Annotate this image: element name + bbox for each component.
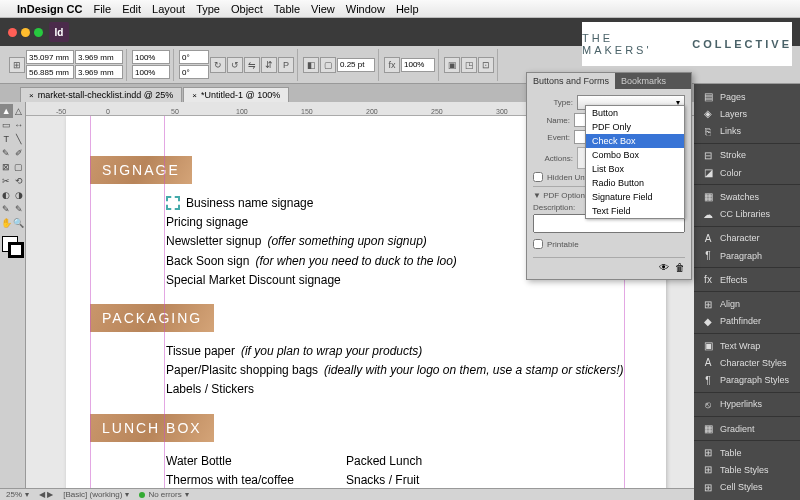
zoom-tool[interactable]: 🔍 (13, 216, 26, 230)
dropdown-option[interactable]: Text Field (586, 204, 684, 218)
panel-tab-bookmarks[interactable]: Bookmarks (615, 73, 672, 89)
form-checkbox[interactable] (166, 196, 180, 210)
panel-button-pages[interactable]: ▤Pages (694, 88, 800, 105)
rotate-ccw-icon[interactable]: ↺ (227, 57, 243, 73)
preview-icon[interactable]: 👁 (659, 262, 669, 273)
panel-button-character[interactable]: ACharacter (694, 230, 800, 247)
menu-layout[interactable]: Layout (152, 3, 185, 15)
section-heading[interactable]: SIGNAGE (90, 156, 192, 184)
list-item[interactable]: Newsletter signup (166, 232, 261, 251)
list-item[interactable]: Snacks / Fruit (346, 471, 526, 488)
dropdown-option[interactable]: Button (586, 106, 684, 120)
menu-type[interactable]: Type (196, 3, 220, 15)
gradient-tool[interactable]: ◐ (0, 188, 13, 202)
dropdown-option[interactable]: Combo Box (586, 148, 684, 162)
section-heading[interactable]: PACKAGING (90, 304, 214, 332)
panel-button-stroke[interactable]: ⊟Stroke (694, 147, 800, 164)
app-name-menu[interactable]: InDesign CC (17, 3, 82, 15)
flip-v-icon[interactable]: ⇵ (261, 57, 277, 73)
preset-readout[interactable]: [Basic] (working) ▾ (63, 490, 129, 499)
window-close[interactable] (8, 28, 17, 37)
effects-icon[interactable]: fx (384, 57, 400, 73)
gap-tool[interactable]: ↔ (13, 118, 26, 132)
direct-select-tool[interactable]: △ (13, 104, 26, 118)
list-item[interactable]: Business name signage (186, 194, 313, 213)
window-minimize[interactable] (21, 28, 30, 37)
panel-button-gradient[interactable]: ▦Gradient (694, 420, 800, 437)
section-heading[interactable]: LUNCH BOX (90, 414, 214, 442)
panel-button-swatches[interactable]: ▦Swatches (694, 188, 800, 205)
menu-object[interactable]: Object (231, 3, 263, 15)
panel-button-links[interactable]: ⎘Links (694, 123, 800, 140)
menu-table[interactable]: Table (274, 3, 300, 15)
flip-h-icon[interactable]: ⇋ (244, 57, 260, 73)
list-item[interactable]: Water Bottle (166, 452, 346, 471)
guide[interactable] (164, 116, 165, 488)
transform-tool[interactable]: ⟲ (13, 174, 26, 188)
document-tab[interactable]: × *Untitled-1 @ 100% (183, 87, 289, 102)
close-icon[interactable]: × (29, 91, 34, 100)
zoom-readout[interactable]: 25% ▾ (6, 490, 29, 499)
panel-tab-buttons-forms[interactable]: Buttons and Forms (527, 73, 615, 89)
hand-tool[interactable]: ✋ (0, 216, 13, 230)
rectangle-tool[interactable]: ▢ (13, 160, 26, 174)
type-tool[interactable]: T (0, 132, 13, 146)
preflight-status[interactable]: No errors ▾ (139, 490, 188, 499)
reference-point-icon[interactable]: ⊞ (9, 57, 25, 73)
eyedropper-tool[interactable]: ✎ (13, 202, 26, 216)
panel-button-text-wrap[interactable]: ▣Text Wrap (694, 337, 800, 354)
line-tool[interactable]: ╲ (13, 132, 26, 146)
menu-edit[interactable]: Edit (122, 3, 141, 15)
corner-options-icon[interactable]: ◳ (461, 57, 477, 73)
dropdown-option[interactable]: PDF Only (586, 120, 684, 134)
list-item[interactable]: Thermos with tea/coffee (166, 471, 346, 488)
document-tab[interactable]: × market-stall-checklist.indd @ 25% (20, 87, 182, 102)
paragraph-icon[interactable]: P (278, 57, 294, 73)
printable-checkbox[interactable] (533, 239, 543, 249)
panel-button-table[interactable]: ⊞Table (694, 444, 800, 461)
pen-tool[interactable]: ✎ (0, 146, 13, 160)
dropdown-option[interactable]: List Box (586, 162, 684, 176)
list-item[interactable]: Paper/Plasitc shopping bags (166, 361, 318, 380)
panel-button-table-styles[interactable]: ⊞Table Styles (694, 461, 800, 478)
selection-tool[interactable]: ▲ (0, 104, 13, 118)
panel-button-character-styles[interactable]: ACharacter Styles (694, 354, 800, 371)
list-item[interactable]: Tissue paper (166, 342, 235, 361)
scissors-tool[interactable]: ✂ (0, 174, 13, 188)
menu-view[interactable]: View (311, 3, 335, 15)
shear-input[interactable] (179, 65, 209, 79)
dropdown-option[interactable]: Signature Field (586, 190, 684, 204)
panel-button-pathfinder[interactable]: ◆Pathfinder (694, 313, 800, 330)
note-tool[interactable]: ✎ (0, 202, 13, 216)
fill-color-icon[interactable]: ◧ (303, 57, 319, 73)
stroke-swatch[interactable] (8, 242, 24, 258)
menu-window[interactable]: Window (346, 3, 385, 15)
fitting-icon[interactable]: ⊡ (478, 57, 494, 73)
panel-button-cc-libraries[interactable]: ☁CC Libraries (694, 206, 800, 223)
rotate-input[interactable] (179, 50, 209, 64)
scale-y-input[interactable] (132, 65, 170, 79)
close-icon[interactable]: × (192, 91, 197, 100)
panel-button-color[interactable]: ◪Color (694, 164, 800, 181)
hidden-until-triggered-checkbox[interactable] (533, 172, 543, 182)
trash-icon[interactable]: 🗑 (675, 262, 685, 273)
panel-button-align[interactable]: ⊞Align (694, 295, 800, 312)
buttons-and-forms-panel[interactable]: Buttons and Forms Bookmarks Type: ▾ Name… (526, 72, 692, 280)
dropdown-option[interactable]: Check Box (586, 134, 684, 148)
window-zoom[interactable] (34, 28, 43, 37)
panel-button-layers[interactable]: ◈Layers (694, 105, 800, 122)
stroke-weight-input[interactable] (337, 58, 375, 72)
menu-help[interactable]: Help (396, 3, 419, 15)
list-item[interactable]: Pricing signage (166, 213, 248, 232)
text-wrap-icon[interactable]: ▣ (444, 57, 460, 73)
gradient-feather-tool[interactable]: ◑ (13, 188, 26, 202)
menu-file[interactable]: File (93, 3, 111, 15)
opacity-input[interactable] (401, 58, 435, 72)
fill-stroke-swatches[interactable] (0, 234, 25, 260)
dropdown-option[interactable]: Radio Button (586, 176, 684, 190)
x-position-input[interactable] (26, 50, 74, 64)
panel-button-effects[interactable]: fxEffects (694, 271, 800, 288)
guide[interactable] (90, 116, 91, 488)
rotate-cw-icon[interactable]: ↻ (210, 57, 226, 73)
pencil-tool[interactable]: ✐ (13, 146, 26, 160)
